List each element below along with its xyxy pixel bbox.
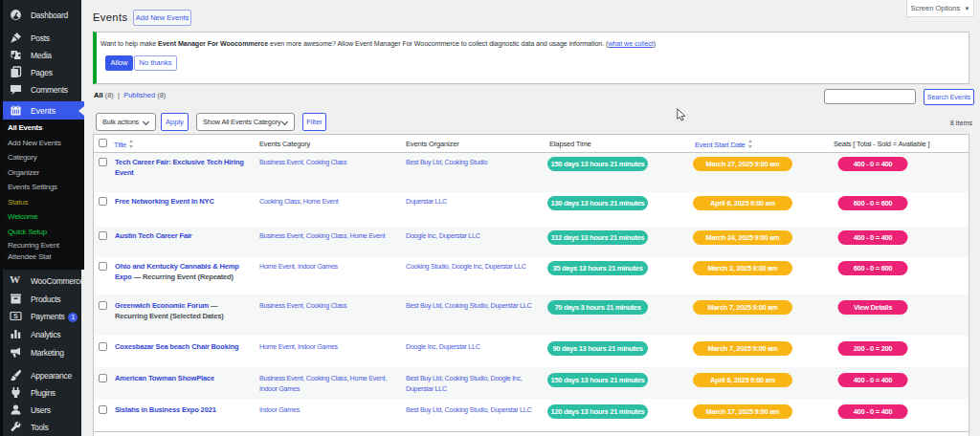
svg-text:S: S — [13, 313, 18, 319]
svg-text:W: W — [10, 273, 20, 285]
